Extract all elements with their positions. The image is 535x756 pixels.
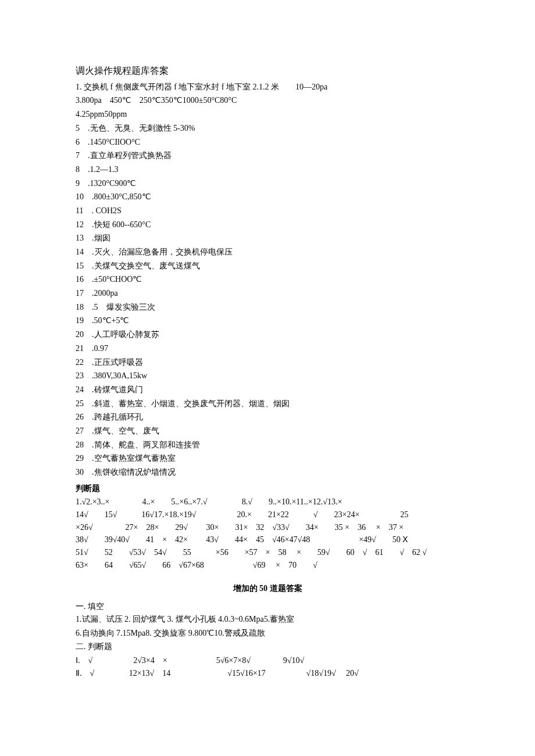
fill-item: 8 .1.2—1.3: [76, 163, 459, 176]
judgment-line: ×26√ 27× 28× 29√ 30× 31× 32 √33√ 34× 35 …: [76, 521, 459, 534]
fill-item: 29 .空气蓄热室煤气蓄热室: [76, 452, 459, 465]
fill-item: 22 .正压式呼吸器: [76, 356, 459, 369]
fill-item: 4.25ppm50ppm: [76, 108, 459, 121]
fill-item: 9 .1320°C900℃: [76, 177, 459, 190]
fill-item: 1. 交换机 f 焦侧废气开闭器 f 地下室水封 f 地下室 2.1.2 米 1…: [76, 81, 459, 94]
fill-item: 14 .灭火、治漏应急备用，交换机停电保压: [76, 246, 459, 259]
fill-blank-section-2: 1.试漏、试压 2. 回炉煤气 3. 煤气小孔板 4.0.3~0.6Mpa5.蓄…: [76, 613, 459, 639]
judgment-section-2-label: 二. 判断题: [76, 640, 459, 653]
fill-item: 24 .砖煤气道风门: [76, 384, 459, 396]
fill-item: 16 .±50°CHOO℃: [76, 273, 459, 286]
fill-item: 1.试漏、试压 2. 回炉煤气 3. 煤气小孔板 4.0.3~0.6Mpa5.蓄…: [76, 613, 459, 626]
judgment-line: 1.√2.×3..× 4..× 5..×6..×7.√ 8.√ 9..×10.×…: [76, 496, 459, 508]
fill-item: 27 .煤气、空气、废气: [76, 425, 459, 438]
main-title: 调火操作规程题库答案: [76, 64, 459, 78]
fill-item: 23 .380V,30A,15kw: [76, 370, 459, 382]
fill-item: 6 .1450°CIlOO°C: [76, 136, 459, 149]
judgment-line: Ⅰ. √ 2√3×4 × 5√6×7×8√ 9√10√: [76, 654, 459, 667]
judgment-answers-block-2: Ⅰ. √ 2√3×4 × 5√6×7×8√ 9√10√ Ⅱ. √ 12×13√ …: [76, 654, 459, 679]
fill-item: 30 .焦饼收缩情况炉墙情况: [76, 466, 459, 479]
fill-item: 20 .人工呼吸心肺复苏: [76, 328, 459, 341]
fill-item: 18 .5 爆发实验三次: [76, 301, 459, 314]
fill-item: 26 .跨越孔循环孔: [76, 411, 459, 424]
fill-blank-section-2-label: 一. 填空: [76, 600, 459, 613]
fill-item: 17 .2000pa: [76, 287, 459, 300]
judgment-line: 63× 64 √65√ 66 √67×68 √69 × 70 √: [76, 559, 459, 572]
fill-item: 10 .800±30°C,850℃: [76, 191, 459, 203]
judgment-line: Ⅱ. √ 12×13√ 14 √15√16×17 √18√19√ 20√: [76, 667, 459, 680]
fill-item: 21 .0.97: [76, 342, 459, 355]
fill-item: 11 . COH2S: [76, 205, 459, 217]
fill-item: 15 .关煤气交换空气、废气送煤气: [76, 260, 459, 273]
added-questions-title: 增加的 50 道题答案: [76, 582, 459, 595]
fill-item: 13 .烟囱: [76, 232, 459, 245]
fill-item: 19 .50℃+5℃: [76, 314, 459, 327]
judgment-section-label: 判断题: [76, 482, 459, 495]
document-page: 调火操作规程题库答案 1. 交换机 f 焦侧废气开闭器 f 地下室水封 f 地下…: [0, 0, 535, 714]
judgment-line: 51√ 52 √53√ 54√ 55 ×56 ×57 × 58 × 59√ 60…: [76, 546, 459, 559]
fill-item: 28 .简体、舵盘、两叉部和连接管: [76, 439, 459, 452]
judgment-line: 38√ 39√40√ 41 × 42× 43√ 44× 45 √46×47√48…: [76, 533, 459, 546]
fill-item: 3.800pa 450℃ 250℃350℃1000±50°C80°C: [76, 94, 459, 107]
fill-item: 12 .快短 600--650°C: [76, 218, 459, 231]
fill-item: 5 .无色、无臭、无刺激性 5-30%: [76, 122, 459, 135]
judgment-line: 14√ 15√ 16√17.×18.×19√ 20.× 21×22 √ 23×2…: [76, 508, 459, 521]
judgment-answers-block: 1.√2.×3..× 4..× 5..×6..×7.√ 8.√ 9..×10.×…: [76, 496, 459, 571]
fill-item: 6.自动换向 7.15Mpa8. 交换旋塞 9.800℃10.警戒及疏散: [76, 627, 459, 640]
fill-item: 7 .直立单程列管式换热器: [76, 149, 459, 162]
fill-blank-section-1: 1. 交换机 f 焦侧废气开闭器 f 地下室水封 f 地下室 2.1.2 米 1…: [76, 81, 459, 479]
fill-item: 25 .斜道、蓄热室、小烟道、交换废气开闭器、烟道、烟囱: [76, 397, 459, 410]
